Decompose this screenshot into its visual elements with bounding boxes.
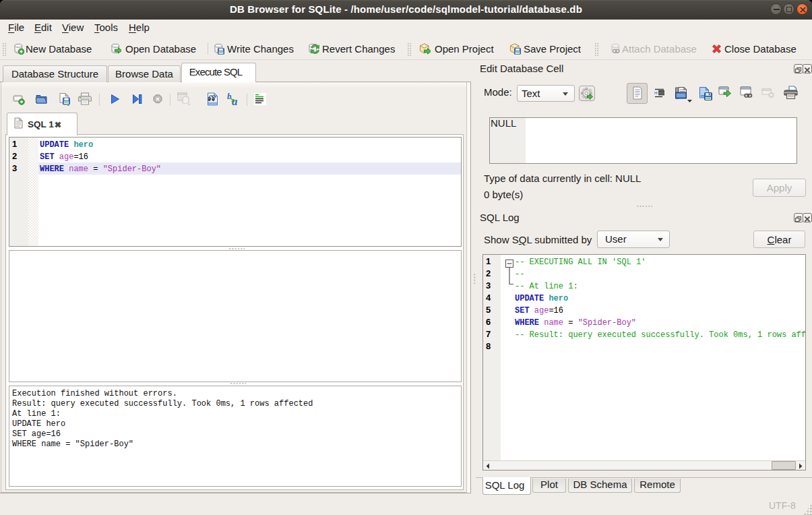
svg-text:b: b	[227, 92, 232, 101]
